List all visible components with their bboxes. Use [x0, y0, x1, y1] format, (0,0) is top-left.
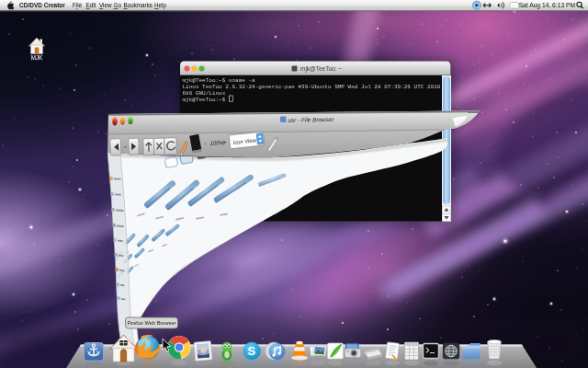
svg-text:MJK: MJK	[31, 54, 43, 61]
svg-text:Go: Go	[114, 2, 122, 8]
svg-text:usr - File Browser: usr - File Browser	[288, 116, 334, 123]
svg-text:Firefox Web Browser: Firefox Web Browser	[128, 320, 176, 326]
svg-text:686 GNU/Linux: 686 GNU/Linux	[183, 90, 226, 97]
svg-text:mjk@TeeToo: ~: mjk@TeeToo: ~	[300, 65, 342, 73]
svg-text:S: S	[248, 344, 256, 358]
svg-text:Sat Aug 14, 6:13 PM: Sat Aug 14, 6:13 PM	[519, 2, 576, 9]
svg-text:View: View	[99, 2, 112, 8]
svg-text:Bookmarks: Bookmarks	[124, 2, 153, 8]
svg-text:mjk@TeeToo:~$ uname -a: mjk@TeeToo:~$ uname -a	[183, 77, 256, 84]
svg-text:CD/DVD Creator: CD/DVD Creator	[19, 2, 65, 8]
svg-text:File: File	[73, 2, 83, 8]
svg-text:mjk@TeeToo:~$: mjk@TeeToo:~$	[183, 97, 226, 103]
svg-text:Linux TeeToo 2.6.32-24-generic: Linux TeeToo 2.6.32-24-generic-pae #39-U…	[183, 84, 447, 90]
svg-text:+: +	[223, 139, 227, 145]
svg-text:Edit: Edit	[86, 2, 96, 8]
svg-text:Help: Help	[154, 2, 166, 9]
